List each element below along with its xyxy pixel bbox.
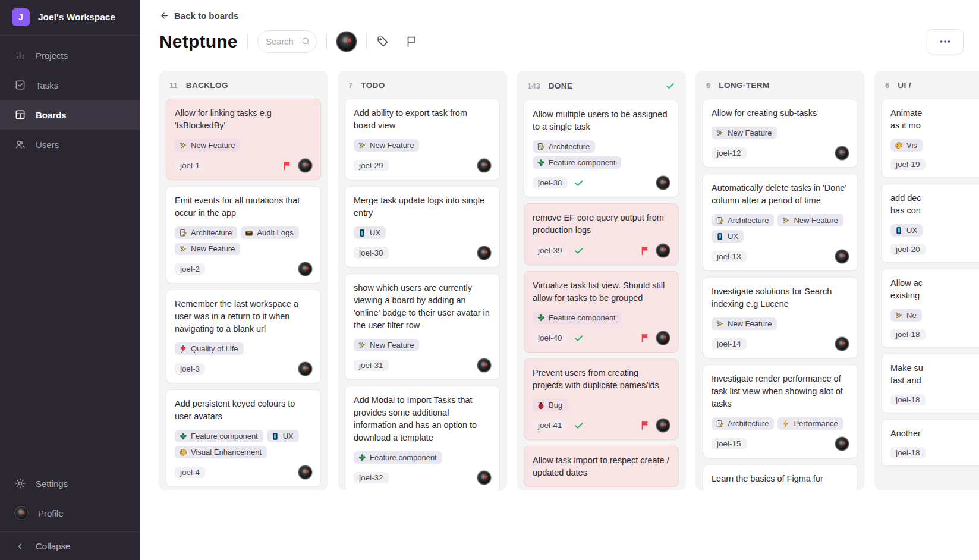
- assignee-avatar[interactable]: [835, 437, 849, 451]
- tag-new-feature[interactable]: New Feature: [712, 127, 777, 139]
- tag-new-feature[interactable]: New Feature: [777, 214, 843, 226]
- tag-ne[interactable]: Ne: [890, 309, 922, 322]
- tag-quality-of-life[interactable]: Quality of Life: [175, 342, 244, 355]
- task-card[interactable]: Remember the last workspace a user was i…: [166, 290, 321, 383]
- task-card[interactable]: Automatically delete tasks in 'Done' col…: [703, 174, 858, 271]
- tag-new-feature[interactable]: New Feature: [175, 139, 240, 152]
- task-card[interactable]: Allow ac existing Ne joel-18: [882, 269, 979, 348]
- tag-audit-logs[interactable]: Audit Logs: [241, 226, 298, 239]
- assignee-avatar[interactable]: [835, 146, 849, 160]
- tag-new-feature[interactable]: New Feature: [175, 243, 240, 255]
- tag-visual-enhancement[interactable]: Visual Enhancement: [175, 446, 267, 458]
- tag-architecture[interactable]: Architecture: [533, 140, 595, 153]
- tag-feature-component[interactable]: Feature component: [533, 156, 621, 169]
- task-card[interactable]: Allow for creating sub-tasks New Feature…: [703, 99, 858, 168]
- sidebar-collapse-button[interactable]: Collapse: [0, 531, 140, 560]
- tag-new-feature[interactable]: New Feature: [712, 317, 777, 330]
- tag-feature-component[interactable]: Feature component: [175, 430, 263, 442]
- assignee-avatar[interactable]: [298, 465, 312, 479]
- task-card[interactable]: Virtualize task list view. Should still …: [524, 271, 679, 353]
- tag-ux[interactable]: UX: [267, 430, 299, 442]
- tag-bug[interactable]: Bug: [533, 399, 568, 411]
- task-card[interactable]: Make su fast and joel-18: [882, 354, 979, 413]
- task-card[interactable]: Learn the basics of Figma for: [703, 464, 858, 490]
- user-filter-avatar[interactable]: [336, 32, 357, 52]
- tag-ux[interactable]: UX: [354, 226, 386, 239]
- tag-ux[interactable]: UX: [712, 230, 744, 243]
- assignee-avatar[interactable]: [656, 331, 670, 345]
- task-card[interactable]: Merge task update logs into single entry…: [345, 186, 500, 268]
- flag-filter-icon[interactable]: [405, 35, 418, 48]
- tag-architecture[interactable]: Architecture: [175, 226, 237, 239]
- tag-vis[interactable]: Vis: [890, 139, 923, 152]
- assignee-avatar[interactable]: [656, 244, 670, 257]
- tag-ux[interactable]: UX: [890, 224, 923, 237]
- ledger-icon: [245, 229, 253, 237]
- task-card[interactable]: Animate as it mo Vis joel-19: [882, 99, 979, 178]
- sidebar-item-settings[interactable]: Settings: [0, 468, 140, 498]
- sidebar-item-profile[interactable]: Profile: [0, 498, 140, 528]
- assignee-avatar[interactable]: [656, 419, 670, 432]
- tag-architecture[interactable]: Architecture: [712, 214, 774, 226]
- task-card[interactable]: Add ability to export task from board vi…: [345, 99, 500, 180]
- task-card[interactable]: Add persistent keyed colours to user ava…: [166, 389, 321, 487]
- tag-architecture[interactable]: Architecture: [712, 417, 774, 430]
- sidebar-item-projects[interactable]: Projects: [0, 40, 140, 70]
- column-cards: Allow for linking tasks e.g 'IsBlockedBy…: [159, 96, 328, 490]
- assignee-avatar[interactable]: [298, 159, 312, 172]
- assignee-avatar[interactable]: [477, 358, 491, 372]
- sidebar-item-label: Profile: [38, 508, 64, 518]
- task-ref: joel-18: [890, 329, 926, 340]
- task-card[interactable]: Prevent users from creating projects wit…: [524, 358, 679, 440]
- task-card[interactable]: Add Modal to Import Tasks that provides …: [345, 386, 500, 490]
- tag-feature-component[interactable]: Feature component: [533, 312, 621, 324]
- task-card[interactable]: Another joel-18: [882, 419, 979, 466]
- assignee-avatar[interactable]: [835, 337, 849, 351]
- assignee-avatar[interactable]: [835, 250, 849, 263]
- task-ref: joel-19: [890, 159, 926, 170]
- assignee-avatar[interactable]: [477, 471, 491, 485]
- task-card[interactable]: Allow task import to respect create / up…: [524, 446, 679, 487]
- sparkles-icon: [782, 216, 790, 225]
- task-card[interactable]: Allow multiple users to be assigned to a…: [524, 100, 679, 197]
- sidebar-item-boards[interactable]: Boards: [0, 100, 140, 130]
- column-title: BACKLOG: [186, 81, 228, 90]
- task-card[interactable]: Allow for linking tasks e.g 'IsBlockedBy…: [166, 99, 321, 180]
- memo-icon: [179, 229, 187, 237]
- board-menu-button[interactable]: [927, 29, 964, 54]
- tag-label: Visual Enhancement: [191, 448, 262, 457]
- task-tags: Vis: [890, 139, 979, 152]
- assignee-avatar[interactable]: [298, 262, 312, 276]
- sidebar-item-tasks[interactable]: Tasks: [0, 70, 140, 100]
- tag-performance[interactable]: Performance: [777, 417, 843, 430]
- assignee-avatar[interactable]: [656, 176, 670, 190]
- assignee-avatar[interactable]: [477, 159, 491, 172]
- task-card[interactable]: Investigate render performance of task l…: [703, 364, 858, 458]
- task-card[interactable]: Investigate solutions for Search indexin…: [703, 277, 858, 358]
- task-title: remove EF core query output from product…: [533, 212, 670, 237]
- assignee-avatar[interactable]: [298, 362, 312, 376]
- task-card[interactable]: show which users are currently viewing a…: [345, 273, 500, 380]
- tag-new-feature[interactable]: New Feature: [354, 339, 419, 351]
- column-count: 11: [169, 81, 178, 90]
- done-check-icon: [574, 246, 584, 256]
- workspace-header[interactable]: J Joel's Workspace: [0, 0, 140, 36]
- task-card[interactable]: add dec has con UX joel-20: [882, 184, 979, 263]
- task-title: Remember the last workspace a user was i…: [175, 298, 312, 335]
- tag-new-feature[interactable]: New Feature: [354, 139, 419, 152]
- back-to-boards-link[interactable]: Back to boards: [159, 11, 238, 21]
- tag-label: New Feature: [191, 141, 235, 150]
- column-cards: Allow for creating sub-tasks New Feature…: [695, 96, 865, 490]
- tag-feature-component[interactable]: Feature component: [354, 451, 442, 464]
- palette-icon: [895, 141, 903, 150]
- sidebar-item-users[interactable]: Users: [0, 130, 140, 159]
- task-card[interactable]: remove EF core query output from product…: [524, 203, 679, 265]
- board: 11 BACKLOG Allow for linking tasks e.g '…: [140, 71, 979, 490]
- phone-icon: [716, 232, 724, 241]
- assignee-avatar[interactable]: [477, 246, 491, 260]
- ellipsis-icon: [939, 35, 952, 48]
- task-tags: ArchitecturePerformance: [712, 417, 849, 430]
- task-card[interactable]: Emit events for all mutations that occur…: [166, 186, 321, 284]
- tag-filter-icon[interactable]: [376, 35, 389, 48]
- task-ref: joel-2: [175, 263, 205, 275]
